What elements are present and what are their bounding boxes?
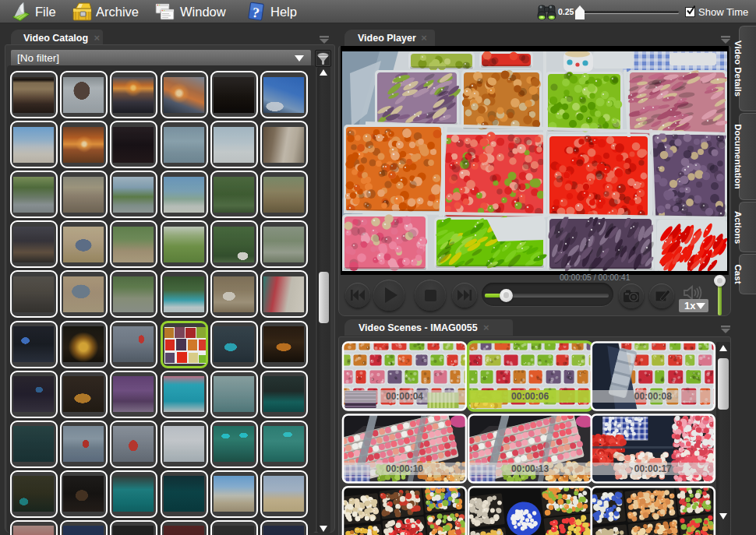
svg-text:00:00:17: 00:00:17 — [634, 463, 672, 474]
svg-text:00:00:04: 00:00:04 — [386, 391, 423, 402]
svg-text:00:00:06: 00:00:06 — [511, 391, 549, 402]
svg-text:00:00:08: 00:00:08 — [634, 391, 672, 402]
svg-text:00:00:10: 00:00:10 — [386, 463, 423, 474]
svg-text:00:00:13: 00:00:13 — [511, 463, 549, 474]
